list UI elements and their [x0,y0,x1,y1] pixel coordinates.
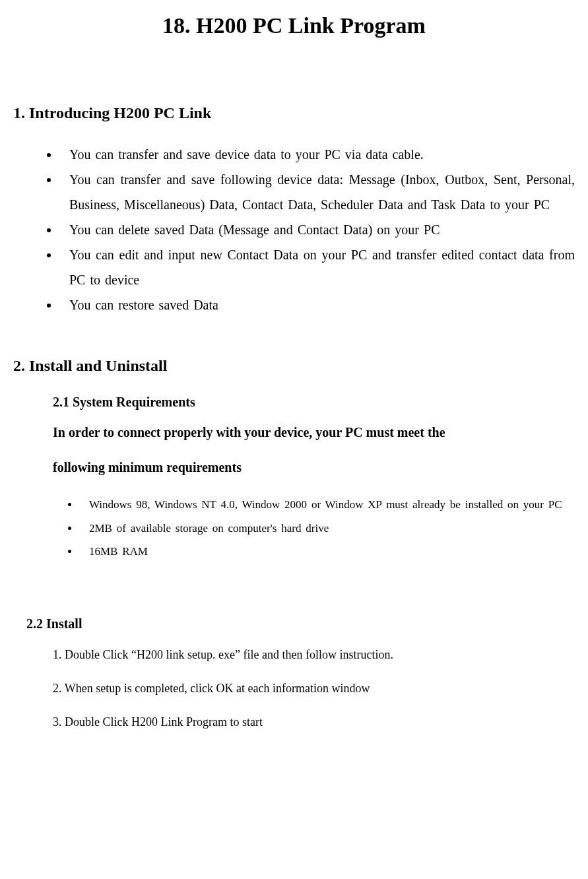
install-steps: 1. Double Click “H200 link setup. exe” f… [53,648,575,729]
section-1-heading: 1. Introducing H200 PC Link [13,104,575,122]
install-step: 3. Double Click H200 Link Program to sta… [53,715,575,729]
install-step: 1. Double Click “H200 link setup. exe” f… [53,648,575,662]
list-item: 16MB RAM [79,540,575,564]
requirements-intro-1: In order to connect properly with your d… [53,423,575,441]
install-step: 2. When setup is completed, click OK at … [53,682,575,696]
section-2-heading: 2. Install and Uninstall [13,357,575,375]
subsection-2-1-heading: 2.1 System Requirements [53,395,575,410]
list-item: You can delete saved Data (Message and C… [59,217,575,242]
requirements-list: Windows 98, Windows NT 4.0, Window 2000 … [13,493,575,564]
list-item: You can transfer and save following devi… [59,167,575,217]
subsection-2-2-heading: 2.2 Install [26,616,575,632]
requirements-intro-2: following minimum requirements [53,458,575,476]
list-item: You can restore saved Data [59,292,575,317]
list-item: You can edit and input new Contact Data … [59,242,575,292]
page-title: 18. H200 PC Link Program [13,13,575,38]
list-item: 2MB of available storage on computer's h… [79,517,575,540]
list-item: You can transfer and save device data to… [59,142,575,167]
intro-list: You can transfer and save device data to… [13,142,575,317]
list-item: Windows 98, Windows NT 4.0, Window 2000 … [79,493,575,517]
